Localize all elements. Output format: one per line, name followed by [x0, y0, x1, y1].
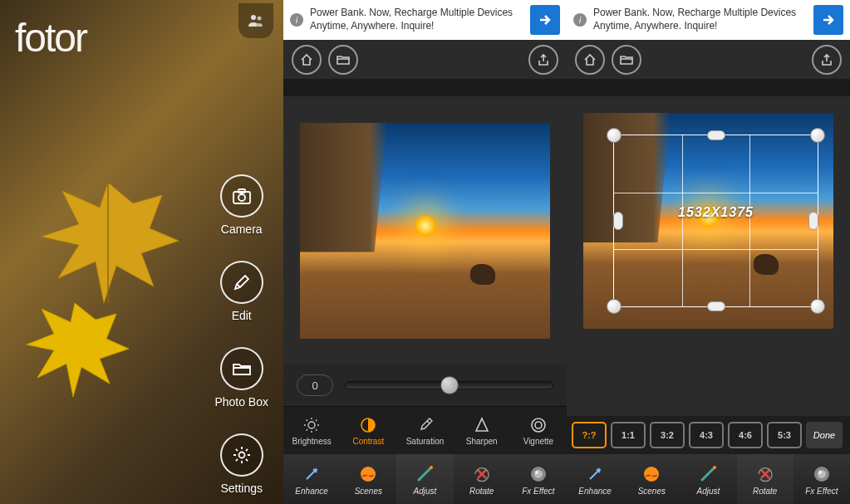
community-button[interactable]: [238, 3, 273, 38]
leaf-decoration: [8, 291, 141, 407]
svg-point-9: [532, 418, 545, 432]
crop-edge-bottom[interactable]: [707, 301, 725, 311]
brightness-tab[interactable]: Brightness: [283, 407, 340, 454]
brightness-icon: [302, 416, 321, 434]
home-button[interactable]: [292, 45, 322, 75]
share-button[interactable]: [528, 45, 558, 75]
crop-handle-br[interactable]: [810, 299, 825, 314]
ad-banner[interactable]: i Power Bank. Now, Recharge Multiple Dev…: [567, 0, 850, 40]
wand-icon: [302, 465, 321, 483]
crop-edge-right[interactable]: [808, 212, 818, 230]
done-button[interactable]: Done: [806, 422, 843, 448]
top-toolbar: [283, 40, 567, 80]
sharpen-tab[interactable]: Sharpen: [454, 407, 510, 454]
ratio-5-3[interactable]: 5:3: [767, 422, 802, 448]
bottom-toolbar: Enhance Scenes Adjust Rotate Fx Effect: [283, 454, 567, 504]
rotate-icon: [473, 465, 491, 483]
fxeffect-tool[interactable]: Fx Effect: [793, 454, 850, 504]
camera-menu-item[interactable]: Camera: [220, 174, 263, 236]
svg-point-6: [238, 453, 244, 458]
vignette-icon: [529, 416, 548, 434]
crop-overlay[interactable]: 1532X1375: [613, 135, 818, 307]
adjust-tool[interactable]: Adjust: [680, 454, 736, 504]
fxeffect-tool[interactable]: Fx Effect: [510, 454, 567, 504]
ad-cta-button[interactable]: [813, 5, 843, 35]
crop-handle-bl[interactable]: [607, 299, 622, 314]
adjust-tool[interactable]: Adjust: [396, 454, 453, 504]
ratio-tabs: ?:? 1:1 3:2 4:3 4:6 5:3 Done: [567, 416, 850, 454]
svg-point-7: [308, 422, 315, 428]
scenes-icon: [641, 465, 661, 483]
photobox-menu-item[interactable]: Photo Box: [214, 347, 268, 409]
scenes-tool[interactable]: Scenes: [623, 454, 680, 504]
wand-icon: [586, 465, 604, 483]
svg-point-2: [258, 17, 262, 21]
share-button[interactable]: [812, 45, 842, 75]
camera-icon: [232, 188, 252, 204]
arrow-right-icon: [821, 12, 836, 27]
enhance-tool[interactable]: Enhance: [567, 454, 623, 504]
arrow-right-icon: [538, 12, 553, 27]
home-icon: [582, 52, 597, 67]
enhance-tool[interactable]: Enhance: [283, 454, 340, 504]
adjust-slider[interactable]: [345, 381, 553, 389]
scenes-tool[interactable]: Scenes: [340, 454, 396, 504]
ad-text: Power Bank. Now, Recharge Multiple Devic…: [593, 7, 807, 32]
ratio-1-1[interactable]: 1:1: [611, 422, 646, 448]
app-logo: fotor: [15, 15, 86, 61]
svg-point-14: [534, 470, 543, 478]
share-icon: [536, 52, 551, 67]
photo-preview[interactable]: [300, 123, 550, 339]
svg-point-19: [818, 470, 826, 478]
sharpen-icon: [473, 416, 491, 434]
ad-banner[interactable]: i Power Bank. Now, Recharge Multiple Dev…: [283, 0, 567, 40]
slider-value: 0: [297, 374, 333, 396]
ratio-free[interactable]: ?:?: [572, 422, 607, 448]
share-icon: [819, 52, 834, 67]
vignette-tab[interactable]: Vignette: [510, 407, 567, 454]
ratio-3-2[interactable]: 3:2: [650, 422, 685, 448]
edit-menu-item[interactable]: Edit: [220, 261, 263, 322]
crop-edge-top[interactable]: [707, 130, 725, 140]
ad-cta-button[interactable]: [530, 5, 560, 35]
photo-preview[interactable]: 1532X1375: [583, 113, 833, 329]
canvas-area: [283, 96, 567, 365]
rotate-tool[interactable]: Rotate: [454, 454, 510, 504]
folder-icon: [232, 361, 252, 376]
ratio-4-6[interactable]: 4:6: [728, 422, 763, 448]
open-button[interactable]: [328, 45, 358, 75]
saturation-tab[interactable]: Saturation: [396, 407, 453, 454]
slider-thumb[interactable]: [440, 376, 459, 394]
bottom-toolbar: Enhance Scenes Adjust Rotate Fx Effect: [567, 454, 850, 504]
crop-edge-left[interactable]: [613, 212, 623, 230]
adjust-tabs: Brightness Contrast Saturation Sharpen V…: [283, 406, 567, 454]
rotate-tool[interactable]: Rotate: [737, 454, 793, 504]
slider-row: 0: [283, 365, 567, 406]
settings-menu-item[interactable]: Settings: [220, 433, 263, 495]
brush-icon: [415, 465, 435, 483]
home-icon: [299, 52, 314, 67]
folder-icon: [336, 54, 351, 66]
adjust-panel: i Power Bank. Now, Recharge Multiple Dev…: [283, 0, 567, 504]
ratio-4-3[interactable]: 4:3: [689, 422, 724, 448]
svg-point-15: [535, 471, 538, 474]
rotate-icon: [756, 465, 774, 483]
svg-point-1: [251, 15, 256, 20]
home-panel: fotor Camera Edit Photo Box Settings: [0, 0, 283, 504]
crop-handle-tl[interactable]: [607, 128, 622, 143]
open-button[interactable]: [612, 45, 641, 75]
crop-panel: i Power Bank. Now, Recharge Multiple Dev…: [567, 0, 850, 504]
home-menu: Camera Edit Photo Box Settings: [214, 174, 268, 495]
fx-icon: [812, 465, 832, 483]
fx-icon: [528, 465, 548, 483]
home-button[interactable]: [575, 45, 605, 75]
top-toolbar: [567, 40, 850, 80]
contrast-tab[interactable]: Contrast: [340, 407, 396, 454]
pencil-icon: [233, 273, 251, 291]
crop-handle-tr[interactable]: [810, 128, 825, 143]
eyedropper-icon: [416, 416, 435, 434]
svg-point-20: [818, 471, 822, 474]
crop-dimensions: 1532X1375: [678, 205, 754, 220]
svg-point-4: [238, 194, 245, 201]
people-icon: [248, 14, 264, 27]
